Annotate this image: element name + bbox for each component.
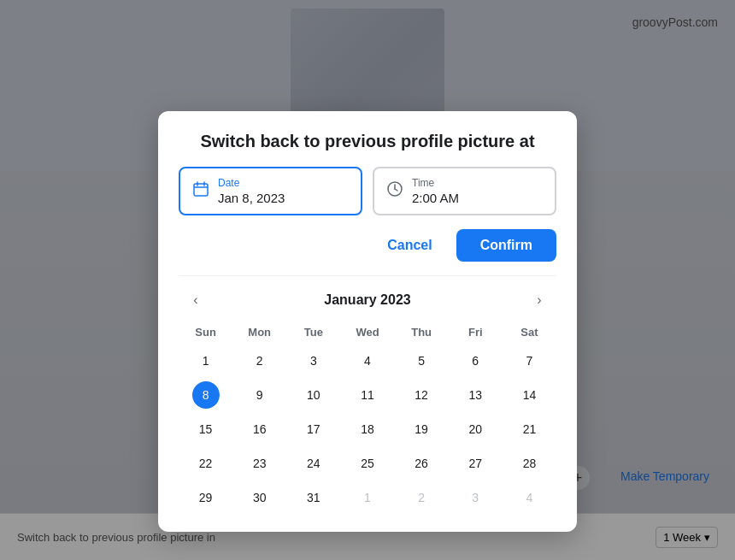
fields-row: Date Jan 8, 2023 Time 2:00 AM — [179, 167, 556, 215]
calendar-day[interactable]: 25 — [340, 446, 394, 480]
time-field[interactable]: Time 2:00 AM — [373, 167, 556, 215]
calendar-day[interactable]: 12 — [395, 378, 449, 412]
calendar-day[interactable]: 7 — [503, 344, 556, 378]
calendar-day[interactable]: 15 — [179, 412, 232, 446]
calendar-day[interactable]: 21 — [503, 412, 556, 446]
calendar-icon — [192, 180, 209, 202]
calendar-day-header: Sat — [503, 322, 556, 344]
date-field-content: Date Jan 8, 2023 — [218, 177, 285, 205]
calendar-day[interactable]: 31 — [286, 480, 340, 515]
prev-month-button[interactable]: ‹ — [182, 286, 209, 314]
calendar-day[interactable]: 16 — [232, 412, 286, 446]
modal-title: Switch back to previous profile picture … — [179, 132, 556, 151]
calendar-week-row: 1234567 — [179, 344, 556, 378]
calendar-day[interactable]: 29 — [179, 480, 232, 515]
calendar-day-header: Fri — [449, 322, 503, 344]
calendar-day[interactable]: 6 — [449, 344, 503, 378]
calendar-day-header: Tue — [286, 322, 340, 344]
calendar-header: ‹ January 2023 › — [179, 286, 556, 314]
date-label: Date — [218, 177, 285, 189]
svg-rect-0 — [194, 184, 208, 196]
svg-line-6 — [395, 189, 397, 191]
calendar-week-row: 2930311234 — [179, 480, 556, 515]
calendar-grid: SunMonTueWedThuFriSat 123456789101112131… — [179, 322, 556, 515]
calendar-month-year: January 2023 — [324, 292, 410, 308]
calendar-day[interactable]: 3 — [449, 480, 503, 515]
calendar-day[interactable]: 19 — [395, 412, 449, 446]
calendar-day[interactable]: 11 — [340, 378, 394, 412]
calendar-week-row: 22232425262728 — [179, 446, 556, 480]
calendar-day[interactable]: 23 — [232, 446, 286, 480]
calendar-day[interactable]: 17 — [286, 412, 340, 446]
calendar-day[interactable]: 26 — [395, 446, 449, 480]
calendar-week-row: 15161718192021 — [179, 412, 556, 446]
calendar-day-header: Sun — [179, 322, 232, 344]
calendar-week-row: 891011121314 — [179, 378, 556, 412]
calendar-day[interactable]: 2 — [395, 480, 449, 515]
calendar-day[interactable]: 8 — [179, 378, 232, 412]
calendar-day[interactable]: 3 — [286, 344, 340, 378]
calendar-body: 1234567891011121314151617181920212223242… — [179, 344, 556, 515]
calendar-day[interactable]: 1 — [340, 480, 394, 515]
time-value: 2:00 AM — [412, 191, 459, 205]
calendar-day[interactable]: 22 — [179, 446, 232, 480]
calendar-day[interactable]: 27 — [449, 446, 503, 480]
calendar-day[interactable]: 13 — [449, 378, 503, 412]
confirm-button[interactable]: Confirm — [456, 229, 556, 262]
clock-icon — [386, 180, 403, 202]
time-label: Time — [412, 177, 459, 189]
calendar: ‹ January 2023 › SunMonTueWedThuFriSat 1… — [179, 275, 556, 515]
calendar-day[interactable]: 2 — [232, 344, 286, 378]
calendar-day[interactable]: 4 — [340, 344, 394, 378]
calendar-day[interactable]: 30 — [232, 480, 286, 515]
calendar-day[interactable]: 28 — [503, 446, 556, 480]
calendar-day[interactable]: 9 — [232, 378, 286, 412]
date-value: Jan 8, 2023 — [218, 191, 285, 205]
cancel-button[interactable]: Cancel — [373, 229, 445, 262]
calendar-day[interactable]: 14 — [503, 378, 556, 412]
calendar-day-header: Wed — [340, 322, 394, 344]
time-field-content: Time 2:00 AM — [412, 177, 459, 205]
date-picker-modal: Switch back to previous profile picture … — [158, 111, 577, 532]
calendar-day[interactable]: 1 — [179, 344, 232, 378]
actions-row: Cancel Confirm — [179, 229, 556, 262]
next-month-button[interactable]: › — [526, 286, 553, 314]
calendar-day-header: Mon — [232, 322, 286, 344]
calendar-day[interactable]: 18 — [340, 412, 394, 446]
calendar-day[interactable]: 10 — [286, 378, 340, 412]
calendar-day[interactable]: 5 — [395, 344, 449, 378]
calendar-day[interactable]: 24 — [286, 446, 340, 480]
calendar-day-header: Thu — [395, 322, 449, 344]
calendar-day[interactable]: 4 — [503, 480, 556, 515]
calendar-day[interactable]: 20 — [449, 412, 503, 446]
date-field[interactable]: Date Jan 8, 2023 — [179, 167, 362, 215]
calendar-day-headers: SunMonTueWedThuFriSat — [179, 322, 556, 344]
